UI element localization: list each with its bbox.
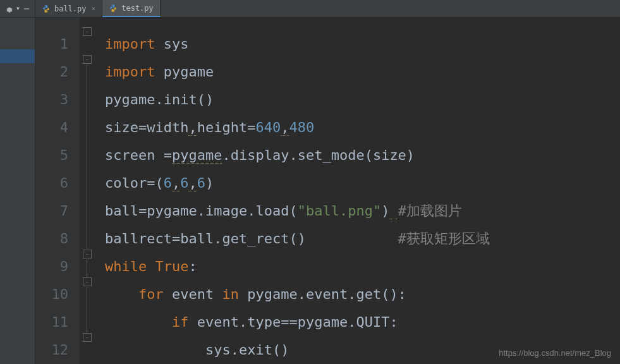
tab-label: ball.py [54,4,87,13]
code-line[interactable]: ballrect=ball.get_rect() #获取矩形区域 [105,225,620,253]
code-line[interactable]: if event.type==pygame.QUIT: [105,308,620,336]
line-number: 7 [35,197,80,225]
code-line[interactable]: import sys [105,30,620,58]
line-number: 10 [35,281,80,308]
fold-marker-icon[interactable]: − [83,27,92,36]
code-line[interactable]: screen =pygame.display.set_mode(size) [105,142,620,169]
fold-column: − − − − − [80,18,105,364]
python-icon [42,4,51,13]
tab-label: test.py [121,4,154,13]
code-content[interactable]: import sysimport pygamepygame.init()size… [105,18,620,364]
line-number: 8 [35,225,80,253]
line-number: 11 [35,308,80,336]
code-line[interactable]: while True: [105,253,620,281]
line-number: 3 [35,86,80,114]
chevron-down-icon[interactable]: ▼ [16,6,20,11]
fold-marker-icon[interactable]: − [83,250,92,258]
line-number: 9 [35,253,80,281]
code-line[interactable]: size=width,height=640,480 [105,114,620,142]
gear-icon[interactable] [5,4,14,13]
code-line[interactable]: pygame.init() [105,86,620,114]
line-number: 5 [35,142,80,169]
minimize-icon[interactable] [22,4,31,13]
line-number: 12 [35,336,80,364]
tabs-container: ball.py × test.py [35,0,161,17]
python-icon [109,4,118,13]
code-line[interactable]: color=(6,6,6) [105,169,620,197]
fold-line [87,65,87,248]
fold-line [87,288,87,333]
code-line[interactable]: for event in pygame.event.get(): [105,281,620,308]
line-number: 1 [35,30,80,58]
line-number: 6 [35,169,80,197]
close-icon[interactable]: × [92,4,96,13]
main-area: 1 2 3 4 5 6 7 8 9 10 11 12 − − − − − imp… [0,18,620,364]
line-number: 2 [35,58,80,86]
top-bar: ▼ ball.py × test.py [0,0,620,18]
project-sidebar[interactable] [0,18,35,364]
watermark: https://blog.csdn.net/mez_Blog [499,348,611,358]
line-number: 4 [35,114,80,142]
fold-marker-icon[interactable]: − [83,55,92,64]
settings-area: ▼ [0,0,35,17]
code-line[interactable]: ball=pygame.image.load("ball.png") #加载图片 [105,197,620,225]
gutter: 1 2 3 4 5 6 7 8 9 10 11 12 [35,18,80,364]
sidebar-selected-item[interactable] [0,49,35,63]
fold-line [87,260,87,277]
editor[interactable]: 1 2 3 4 5 6 7 8 9 10 11 12 − − − − − imp… [35,18,620,364]
code-line[interactable]: import pygame [105,58,620,86]
tab-ball-py[interactable]: ball.py × [35,0,102,17]
fold-marker-icon[interactable]: − [83,333,92,342]
fold-marker-icon[interactable]: − [83,277,92,286]
tab-test-py[interactable]: test.py [102,0,161,17]
